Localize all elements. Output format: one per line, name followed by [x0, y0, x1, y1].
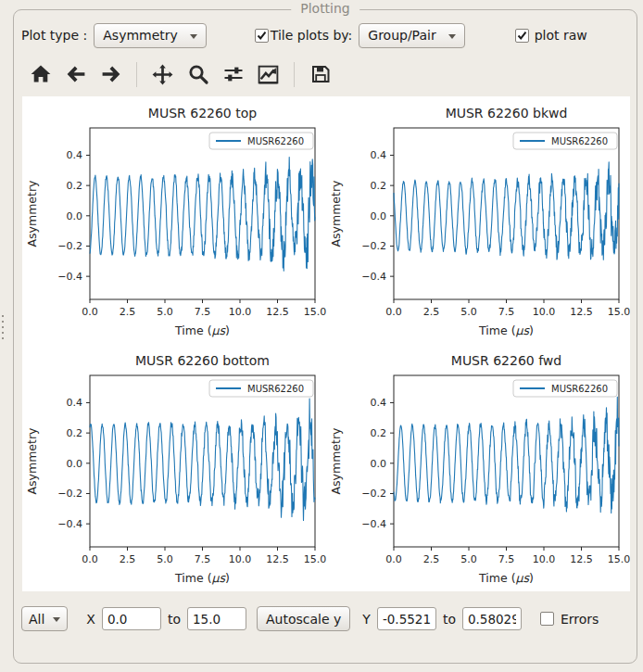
subplot-musr-62260-top[interactable]: MUSR 62260 top−0.4−0.20.00.20.40.02.55.0… — [22, 96, 326, 344]
zoom-button[interactable] — [185, 62, 210, 87]
configure-subplots-button[interactable] — [221, 62, 246, 87]
svg-text:Time (μs): Time (μs) — [478, 323, 534, 337]
svg-text:0.4: 0.4 — [371, 397, 387, 409]
plot-type-combobox[interactable]: Asymmetry — [94, 23, 207, 48]
svg-text:0.0: 0.0 — [385, 306, 402, 318]
save-icon — [309, 63, 332, 85]
svg-text:0.0: 0.0 — [67, 210, 83, 222]
forward-button[interactable] — [98, 62, 123, 87]
svg-text:2.5: 2.5 — [423, 553, 440, 565]
svg-text:−0.4: −0.4 — [57, 518, 82, 530]
svg-text:7.5: 7.5 — [195, 306, 211, 318]
back-button[interactable] — [63, 62, 88, 87]
y-min-input[interactable] — [377, 607, 436, 630]
svg-text:0.0: 0.0 — [371, 210, 387, 222]
svg-text:2.5: 2.5 — [120, 553, 136, 565]
svg-text:−0.2: −0.2 — [361, 488, 386, 500]
svg-text:0.4: 0.4 — [67, 149, 83, 161]
chevron-down-icon — [53, 617, 60, 622]
svg-text:7.5: 7.5 — [498, 306, 515, 318]
check-icon — [517, 31, 527, 41]
toolbar-separator — [294, 62, 295, 87]
svg-text:15.0: 15.0 — [304, 553, 326, 565]
svg-text:MUSR 62260 bkwd: MUSR 62260 bkwd — [446, 106, 568, 120]
home-button[interactable] — [28, 62, 53, 87]
svg-text:12.5: 12.5 — [570, 553, 593, 565]
svg-text:15.0: 15.0 — [608, 553, 630, 565]
svg-text:−0.4: −0.4 — [57, 271, 82, 283]
svg-text:12.5: 12.5 — [570, 306, 593, 318]
arrow-right-icon — [100, 63, 122, 85]
svg-text:0.2: 0.2 — [371, 180, 387, 192]
line-chart-icon — [257, 63, 280, 86]
svg-text:0.0: 0.0 — [67, 458, 83, 470]
tile-plots-label: Tile plots by: — [271, 28, 352, 43]
plotting-window: { "group_title": "Plotting", "controls_t… — [0, 0, 643, 672]
svg-text:0.0: 0.0 — [371, 458, 387, 470]
svg-text:5.0: 5.0 — [157, 306, 173, 318]
svg-text:−0.2: −0.2 — [57, 240, 82, 252]
subplot-musr-62260-bottom[interactable]: MUSR 62260 bottom−0.4−0.20.00.20.40.02.5… — [22, 344, 326, 591]
svg-text:−0.4: −0.4 — [361, 518, 386, 530]
svg-text:Time (μs): Time (μs) — [174, 323, 230, 337]
svg-text:7.5: 7.5 — [498, 553, 515, 565]
groupbox-title: Plotting — [291, 1, 359, 16]
edit-plot-button[interactable] — [256, 62, 281, 87]
svg-text:5.0: 5.0 — [460, 553, 477, 565]
home-icon — [30, 63, 52, 85]
scope-value: All — [29, 612, 44, 627]
subplot-musr-62260-bkwd[interactable]: MUSR 62260 bkwd−0.4−0.20.00.20.40.02.55.… — [326, 96, 630, 344]
svg-text:Asymmetry: Asymmetry — [329, 180, 343, 247]
pan-button[interactable] — [150, 62, 175, 87]
svg-text:12.5: 12.5 — [266, 553, 289, 565]
plot-type-label: Plot type : — [21, 28, 87, 43]
y-max-input[interactable] — [462, 607, 522, 630]
svg-text:10.0: 10.0 — [229, 553, 252, 565]
scope-combobox[interactable]: All — [21, 606, 68, 631]
tile-plots-checkbox[interactable]: Tile plots by: — [255, 28, 352, 43]
plot-raw-checkbox-box[interactable] — [515, 29, 529, 43]
plot-toolbar — [28, 60, 637, 88]
svg-text:MUSR62260: MUSR62260 — [551, 136, 608, 146]
svg-text:MUSR 62260 fwd: MUSR 62260 fwd — [451, 353, 561, 368]
svg-text:15.0: 15.0 — [304, 306, 326, 318]
tile-plots-checkbox-box[interactable] — [255, 29, 269, 43]
svg-text:5.0: 5.0 — [157, 553, 173, 565]
move-icon — [151, 63, 174, 86]
arrow-left-icon — [65, 63, 87, 85]
splitter-handle[interactable] — [1, 315, 6, 343]
autoscale-y-button[interactable]: Autoscale y — [257, 606, 350, 631]
chevron-down-icon — [190, 34, 197, 39]
y-range-label: Y — [362, 612, 371, 627]
x-max-input[interactable] — [187, 607, 246, 630]
plot-raw-label: plot raw — [535, 28, 587, 43]
svg-text:10.0: 10.0 — [533, 306, 556, 318]
svg-text:2.5: 2.5 — [120, 306, 136, 318]
errors-checkbox[interactable]: Errors — [540, 612, 599, 627]
svg-text:−0.2: −0.2 — [57, 488, 82, 500]
check-icon — [257, 31, 267, 41]
svg-text:−0.4: −0.4 — [361, 271, 386, 283]
svg-text:Asymmetry: Asymmetry — [25, 427, 39, 495]
plot-raw-checkbox[interactable]: plot raw — [515, 28, 587, 43]
save-button[interactable] — [308, 62, 333, 87]
errors-checkbox-box[interactable] — [540, 612, 554, 626]
svg-text:15.0: 15.0 — [608, 306, 630, 318]
x-min-input[interactable] — [102, 607, 161, 630]
errors-label: Errors — [561, 612, 599, 627]
svg-text:0.0: 0.0 — [385, 553, 402, 565]
tile-by-combobox[interactable]: Group/Pair — [359, 23, 464, 48]
svg-text:MUSR 62260 top: MUSR 62260 top — [148, 106, 257, 120]
subplot-musr-62260-fwd[interactable]: MUSR 62260 fwd−0.4−0.20.00.20.40.02.55.0… — [326, 344, 630, 591]
svg-text:0.2: 0.2 — [371, 427, 387, 439]
svg-text:12.5: 12.5 — [266, 306, 289, 318]
plotting-groupbox: Plotting Plot type : Asymmetry Tile plot… — [13, 9, 637, 664]
x-range-label: X — [86, 612, 95, 627]
svg-text:0.2: 0.2 — [67, 427, 83, 439]
sliders-icon — [222, 63, 245, 85]
toolbar-separator — [136, 62, 137, 87]
svg-text:0.0: 0.0 — [82, 306, 98, 318]
svg-text:Asymmetry: Asymmetry — [329, 427, 343, 495]
x-to-label: to — [168, 612, 181, 627]
figure-canvas: MUSR 62260 top−0.4−0.20.00.20.40.02.55.0… — [22, 96, 630, 591]
